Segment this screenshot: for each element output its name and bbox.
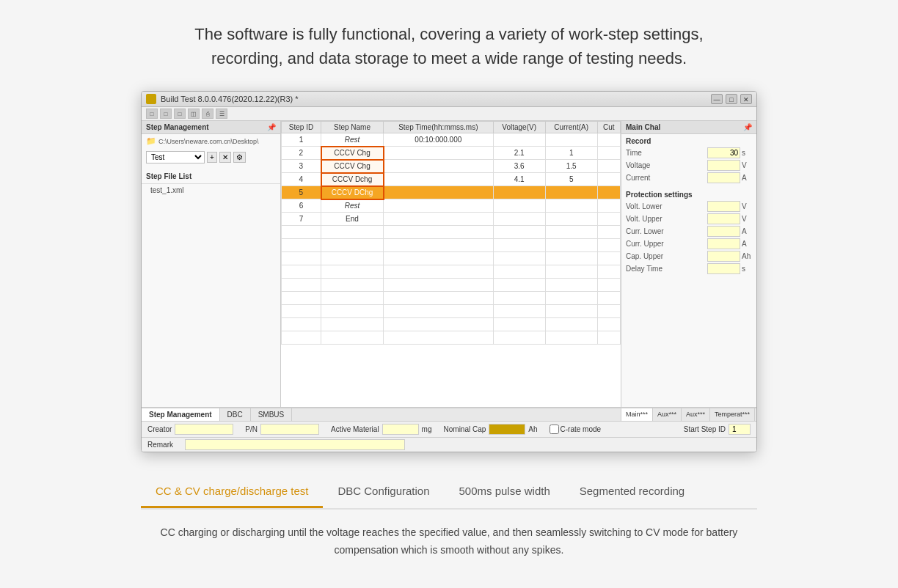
table-row <box>282 305 621 318</box>
table-row[interactable]: 4 CCCV Dchg 4.1 5 <box>282 173 621 186</box>
volt-lower-input[interactable] <box>707 201 740 212</box>
table-row[interactable]: 3 CCCV Chg 3.6 1.5 <box>282 160 621 173</box>
cell-voltage <box>493 133 545 147</box>
window-bottom-tabs: Step Management DBC SMBUS <box>142 408 621 421</box>
nominal-cap-field: Nominal Cap Ah <box>444 424 538 435</box>
file-item[interactable]: test_1.xml <box>142 184 280 196</box>
cell-name: CCCV DChg <box>321 186 384 199</box>
cell-current <box>545 199 597 213</box>
table-row <box>282 318 621 331</box>
volt-lower-label: Volt. Lower <box>626 202 707 210</box>
table-row[interactable]: 5 CCCV DChg <box>282 186 621 199</box>
table-row <box>282 265 621 279</box>
app-icon <box>146 94 156 104</box>
grid-area: Step ID Step Name Step Time(hh:mmss.ms) … <box>281 121 621 407</box>
close-button[interactable]: ✕ <box>740 94 752 104</box>
volt-upper-label: Volt. Upper <box>626 215 707 223</box>
curr-upper-label: Curr. Upper <box>626 240 707 248</box>
cell-name: Rest <box>321 133 384 147</box>
right-tab-aux2[interactable]: Aux*** <box>682 408 710 421</box>
remark-bar: Remark <box>142 437 756 452</box>
add-button[interactable]: + <box>207 152 217 163</box>
start-step-input[interactable] <box>729 424 751 435</box>
table-row[interactable]: 2 CCCV Chg 2.1 1 <box>282 147 621 160</box>
settings-button[interactable]: ⚙ <box>233 152 246 163</box>
cell-id: 4 <box>282 173 321 186</box>
cell-name: CCCV Dchg <box>321 173 384 186</box>
curr-upper-row: Curr. Upper A <box>626 238 752 249</box>
pn-input[interactable] <box>260 424 319 435</box>
active-material-label: Active Material <box>331 425 379 433</box>
feature-tabs: CC & CV charge/discharge test DBC Config… <box>141 476 757 510</box>
start-step-label: Start Step ID <box>684 425 726 433</box>
window-bottom-area: Step Management DBC SMBUS Main*** Aux***… <box>142 407 756 421</box>
active-material-input[interactable] <box>382 424 419 435</box>
cell-cut <box>597 173 620 186</box>
cell-voltage: 3.6 <box>493 160 545 173</box>
ah-unit: Ah <box>528 425 537 433</box>
tab-segmented[interactable]: Segmented recording <box>565 476 699 508</box>
cell-voltage: 4.1 <box>493 173 545 186</box>
col-step-name: Step Name <box>321 122 384 133</box>
nominal-cap-label: Nominal Cap <box>444 425 486 433</box>
cell-cut <box>597 199 620 213</box>
cell-cut <box>597 133 620 147</box>
volt-lower-row: Volt. Lower V <box>626 201 752 212</box>
curr-upper-input[interactable] <box>707 238 740 249</box>
tab-dbc-config[interactable]: DBC Configuration <box>323 476 444 508</box>
toolbar-icon-3[interactable]: □ <box>174 109 186 119</box>
select-row: Test + ✕ ⚙ <box>142 148 280 166</box>
voltage-input[interactable] <box>707 160 740 171</box>
title-bar-controls[interactable]: — □ ✕ <box>711 94 752 104</box>
delay-time-input[interactable] <box>707 263 740 274</box>
toolbar-icon-6[interactable]: ☰ <box>216 109 227 119</box>
right-tab-other[interactable]: Other <box>755 408 757 421</box>
cell-current: 1.5 <box>545 160 597 173</box>
active-material-field: Active Material mg <box>331 424 431 435</box>
cell-cut <box>597 147 620 160</box>
table-row[interactable]: 1 Rest 00:10:000.000 <box>282 133 621 147</box>
cell-time <box>384 160 494 173</box>
volt-upper-input[interactable] <box>707 213 740 224</box>
toolbar-icon-4[interactable]: ◫ <box>188 109 200 119</box>
c-rate-checkbox[interactable] <box>550 425 559 434</box>
table-row[interactable]: 6 Rest <box>282 199 621 213</box>
cap-upper-label: Cap. Upper <box>626 252 707 260</box>
cell-id: 3 <box>282 160 321 173</box>
current-unit: A <box>742 174 752 182</box>
table-row[interactable]: 7 End <box>282 213 621 226</box>
time-input[interactable] <box>707 147 740 158</box>
tab-dbc[interactable]: DBC <box>220 408 251 421</box>
cell-cut <box>597 186 620 199</box>
cap-upper-input[interactable] <box>707 251 740 262</box>
right-tab-aux1[interactable]: Aux*** <box>653 408 682 421</box>
remark-input[interactable] <box>185 439 405 450</box>
cell-name: CCCV Chg <box>321 160 384 173</box>
curr-lower-input[interactable] <box>707 226 740 237</box>
current-input[interactable] <box>707 172 740 183</box>
test-select[interactable]: Test <box>146 151 205 163</box>
tab-smbus[interactable]: SMBUS <box>251 408 293 421</box>
cell-time <box>384 199 494 213</box>
remove-button[interactable]: ✕ <box>219 152 231 163</box>
right-panel-header: Main Chal 📌 <box>621 121 756 134</box>
tab-pulse[interactable]: 500ms pulse width <box>445 476 565 508</box>
toolbar-icon-5[interactable]: ⎙ <box>202 109 213 119</box>
cell-current <box>545 213 597 226</box>
tab-step-management[interactable]: Step Management <box>142 408 220 421</box>
creator-input[interactable] <box>175 424 233 435</box>
toolbar-icon-2[interactable]: □ <box>160 109 172 119</box>
cell-time: 00:10:000.000 <box>384 133 494 147</box>
nominal-cap-input[interactable] <box>489 424 525 435</box>
time-unit: s <box>742 149 752 157</box>
maximize-button[interactable]: □ <box>726 94 737 104</box>
tab-cccv[interactable]: CC & CV charge/discharge test <box>141 476 323 508</box>
voltage-row: Voltage V <box>626 160 752 171</box>
left-panel: Step Management 📌 📁 C:\Users\neware.com.… <box>142 121 281 407</box>
toolbar-icon-1[interactable]: □ <box>146 109 158 119</box>
c-rate-field: C-rate mode <box>550 425 602 434</box>
minimize-button[interactable]: — <box>711 94 723 104</box>
path-text: C:\Users\neware.com.cn\Desktop\ <box>158 138 259 145</box>
right-tab-main[interactable]: Main*** <box>621 408 653 421</box>
right-tab-temp[interactable]: Temperat*** <box>710 408 755 421</box>
